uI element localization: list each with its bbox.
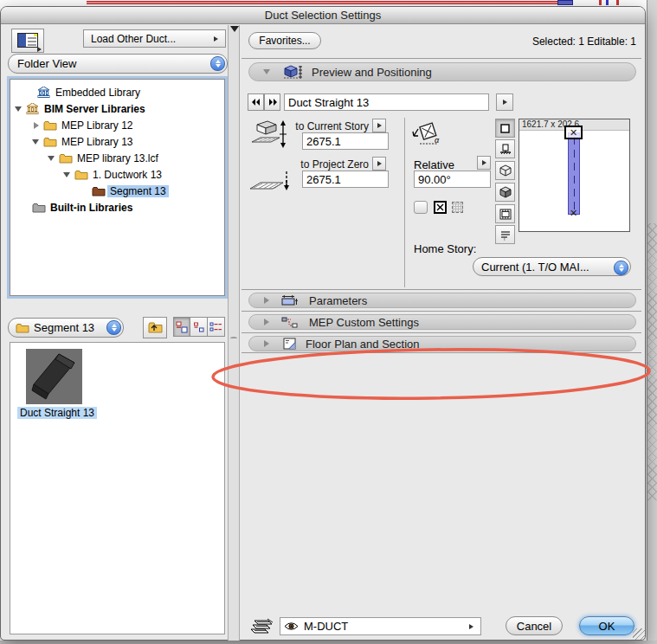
background-hatch-pattern — [647, 223, 657, 500]
anchor-selected-icon[interactable] — [434, 201, 447, 214]
duct-selection-settings-dialog: Duct Selection Settings Load Other Duct.… — [0, 6, 646, 641]
disclosure-closed-icon — [264, 297, 269, 304]
dialog-title-bar[interactable]: Duct Selection Settings — [1, 7, 645, 24]
preview-2d-symbol-button[interactable] — [495, 119, 515, 138]
to-current-story-menu-button[interactable] — [372, 119, 386, 132]
tree-item-label: Built-in Libraries — [48, 202, 135, 214]
tree-item-label: 1. Ductwork 13 — [90, 169, 164, 181]
rotation-menu-button[interactable] — [477, 156, 491, 170]
preview-3d-wireframe-button[interactable] — [495, 161, 515, 180]
selection-status: Selected: 1 Editable: 1 — [463, 35, 636, 48]
resize-grip[interactable] — [633, 628, 645, 640]
view-small-icons-button[interactable] — [190, 317, 208, 337]
home-story-value: Current (1. T/O MAI... — [481, 261, 589, 274]
section-mep-custom-settings[interactable]: MEP Custom Settings — [248, 314, 636, 330]
load-other-duct-button[interactable]: Load Other Duct... — [83, 29, 226, 48]
ok-label: OK — [599, 620, 615, 633]
tree-item-label: MEP library 13.lcf — [74, 152, 161, 164]
background-tick — [606, 0, 609, 5]
section-floor-plan-and-section[interactable]: Floor Plan and Section — [248, 336, 636, 351]
preview-front-view-button[interactable] — [495, 139, 515, 158]
tree-item-built-in-libraries[interactable]: Built-in Libraries — [10, 199, 224, 216]
section-title: Floor Plan and Section — [306, 338, 420, 351]
folder-up-button[interactable] — [143, 317, 167, 338]
tree-item-label: BIM Server Libraries — [42, 103, 148, 115]
tree-item-mep-library-13-lcf[interactable]: MEP library 13.lcf — [10, 150, 224, 166]
collapse-panel-icon[interactable] — [230, 26, 239, 32]
to-project-zero-field[interactable]: 2675.1 — [302, 171, 389, 188]
to-current-story-field[interactable]: 2675.1 — [302, 132, 389, 150]
duct-straight-thumbnail[interactable] — [26, 349, 82, 404]
tree-item-ductwork-13[interactable]: 1. Ductwork 13 — [10, 166, 224, 183]
tree-item-embedded-library[interactable]: Embedded Library — [10, 84, 224, 100]
cancel-button[interactable]: Cancel — [506, 616, 563, 635]
tree-item-label: Embedded Library — [53, 87, 143, 99]
tree-item-mep-library-13[interactable]: MEP Library 13 — [10, 133, 224, 150]
settings-layout-button[interactable] — [11, 29, 44, 53]
home-story-label: Home Story: — [414, 242, 476, 255]
view-list-button[interactable] — [208, 317, 225, 337]
eye-icon — [284, 621, 299, 631]
view-large-icons-button[interactable] — [173, 317, 190, 337]
stepper-icon — [210, 56, 225, 71]
preview-photo-button[interactable] — [495, 204, 515, 223]
rewind-icon — [252, 99, 261, 106]
mep-settings-icon — [281, 317, 299, 328]
folder-up-icon — [147, 320, 163, 336]
next-item-button[interactable] — [264, 93, 280, 111]
to-project-zero-menu-button[interactable] — [372, 157, 386, 171]
disclosure-closed-icon[interactable] — [34, 122, 39, 129]
layer-select[interactable]: M-DUCT — [280, 617, 481, 635]
elevation-bottom-icon — [248, 170, 292, 196]
favorites-button[interactable]: Favorites... — [248, 32, 321, 49]
tree-item-segment-13[interactable]: Segment 13 — [10, 183, 224, 199]
ok-button[interactable]: OK — [579, 616, 634, 635]
chevron-right-icon — [503, 100, 507, 105]
folder-view-label: Folder View — [17, 57, 76, 70]
anchor-alternate-icon[interactable] — [452, 202, 463, 213]
tree-item-bim-server-libraries[interactable]: BIM Server Libraries — [10, 100, 224, 117]
square-icon — [499, 123, 511, 134]
rotation-angle-field[interactable]: 90.00° — [414, 171, 491, 188]
element-name-field[interactable]: Duct Straight 13 — [284, 93, 489, 111]
tree-item-mep-library-12[interactable]: MEP Library 12 — [10, 117, 224, 133]
preview-pane[interactable]: 1621.7 x 202.6 ✕ ✕ — [519, 119, 630, 232]
divider — [242, 58, 641, 59]
disclosure-closed-icon — [264, 340, 269, 347]
folder-view-select[interactable]: Folder View — [8, 54, 228, 74]
previous-item-button[interactable] — [248, 93, 264, 111]
folder-brown-icon — [91, 186, 106, 196]
parameters-icon — [281, 295, 299, 306]
current-folder-select[interactable]: Segment 13 — [8, 318, 124, 338]
home-story-select[interactable]: Current (1. T/O MAI... — [473, 257, 631, 276]
library-tree[interactable]: Embedded Library BIM Server Libraries ME… — [10, 79, 225, 296]
background-tick — [616, 0, 619, 5]
divider — [242, 311, 641, 312]
section-preview-positioning[interactable]: Preview and Positioning — [248, 62, 636, 81]
disclosure-open-icon[interactable] — [48, 156, 55, 161]
disclosure-open-icon[interactable] — [32, 139, 39, 145]
disclosure-open-icon[interactable] — [15, 106, 22, 112]
divider — [242, 352, 641, 353]
fast-forward-icon — [268, 99, 277, 106]
library-part-list[interactable]: Duct Straight 13 — [10, 342, 225, 634]
to-project-zero-label: to Project Zero — [287, 158, 369, 171]
folder-icon — [74, 170, 88, 180]
folder-icon — [42, 120, 57, 131]
section-parameters[interactable]: Parameters — [248, 293, 636, 308]
folder-icon — [58, 153, 73, 164]
panel-splitter[interactable] — [228, 25, 240, 641]
section-title: MEP Custom Settings — [309, 316, 419, 329]
duct-straight-label[interactable]: Duct Straight 13 — [17, 407, 97, 419]
folder-gray-icon — [31, 203, 46, 213]
preview-info-button[interactable]: I — [495, 225, 515, 244]
disclosure-open-icon[interactable] — [63, 172, 70, 177]
preview-positioning-icon — [282, 64, 303, 80]
divider — [242, 289, 641, 290]
selection-handle-icon[interactable]: ✕ — [564, 126, 583, 139]
mirror-checkbox[interactable] — [414, 201, 428, 214]
chevron-right-icon — [214, 36, 218, 42]
svg-text:I: I — [504, 235, 505, 241]
element-name-menu-button[interactable] — [496, 93, 513, 111]
preview-3d-shaded-button[interactable] — [495, 183, 515, 202]
